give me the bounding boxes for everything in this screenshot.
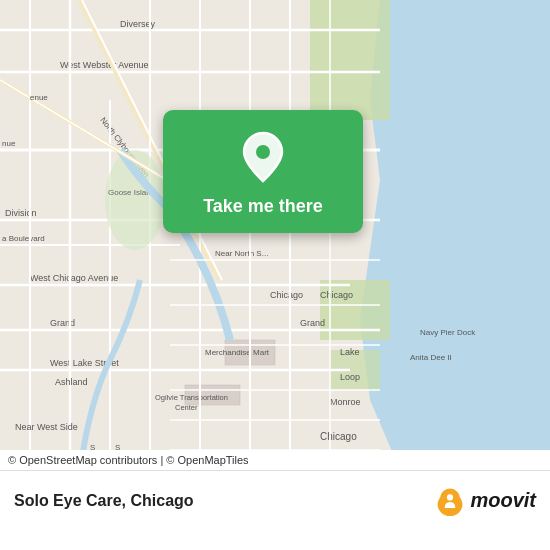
location-pin-icon: [236, 130, 290, 184]
svg-text:enue: enue: [30, 93, 48, 102]
svg-rect-2: [310, 0, 390, 120]
svg-text:Loop: Loop: [340, 372, 360, 382]
bottom-bar: Solo Eye Care, Chicago moovit: [0, 470, 550, 530]
svg-text:Ashland: Ashland: [55, 377, 88, 387]
svg-text:West Chicago Avenue: West Chicago Avenue: [30, 273, 118, 283]
svg-text:Chicago: Chicago: [270, 290, 303, 300]
svg-text:Ogilvie Transportation: Ogilvie Transportation: [155, 393, 228, 402]
map-svg: Diversey West Webster Avenue nue Divisio…: [0, 0, 550, 470]
svg-text:Center: Center: [175, 403, 198, 412]
svg-text:West Webster Avenue: West Webster Avenue: [60, 60, 149, 70]
svg-text:Monroe: Monroe: [330, 397, 361, 407]
take-me-there-label: Take me there: [203, 196, 323, 217]
svg-text:Grand: Grand: [300, 318, 325, 328]
moovit-text: moovit: [470, 489, 536, 512]
svg-text:Navy Pier Dock: Navy Pier Dock: [420, 328, 476, 337]
svg-text:Grand: Grand: [50, 318, 75, 328]
svg-text:Chicago: Chicago: [320, 290, 353, 300]
map-view: Diversey West Webster Avenue nue Divisio…: [0, 0, 550, 470]
place-name: Solo Eye Care, Chicago: [14, 492, 194, 510]
svg-point-62: [256, 145, 270, 159]
svg-text:a Boulevard: a Boulevard: [2, 234, 45, 243]
take-me-there-button[interactable]: Take me there: [163, 110, 363, 233]
svg-text:Anita Dee II: Anita Dee II: [410, 353, 452, 362]
svg-text:Near North S...: Near North S...: [215, 249, 268, 258]
svg-text:Merchandise Mart: Merchandise Mart: [205, 348, 270, 357]
svg-text:Chicago: Chicago: [320, 431, 357, 442]
svg-text:nue: nue: [2, 139, 16, 148]
svg-text:Division: Division: [5, 208, 37, 218]
svg-point-64: [447, 494, 453, 500]
svg-text:Near West Side: Near West Side: [15, 422, 78, 432]
svg-text:Lake: Lake: [340, 347, 360, 357]
moovit-logo: moovit: [434, 485, 536, 517]
map-attribution: © OpenStreetMap contributors | © OpenMap…: [0, 450, 550, 470]
moovit-icon: [434, 485, 466, 517]
